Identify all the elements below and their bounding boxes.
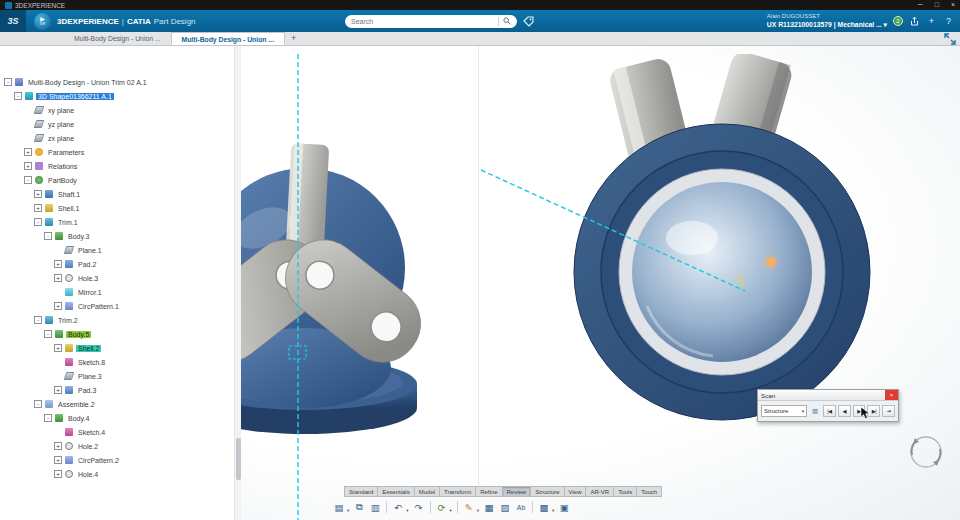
- doc-tab-1[interactable]: Multi-Body Design - Union ...: [64, 32, 171, 45]
- tab-refine[interactable]: Refine: [475, 486, 501, 497]
- tree-item-plane3[interactable]: Plane.3: [0, 369, 234, 383]
- expander-icon[interactable]: +: [54, 456, 62, 464]
- expander-icon[interactable]: +: [54, 442, 62, 450]
- display-button[interactable]: ▩: [537, 500, 551, 515]
- chevron-down-icon[interactable]: ▾: [406, 508, 408, 513]
- expander-icon[interactable]: +: [54, 470, 62, 478]
- tree-scrollbar[interactable]: [234, 46, 241, 520]
- minimize-button[interactable]: ─: [918, 0, 923, 10]
- expander-icon[interactable]: +: [54, 274, 62, 282]
- scan-next-button[interactable]: ▶: [853, 405, 866, 417]
- tree-item-body4[interactable]: -Body.4: [0, 411, 234, 425]
- chevron-down-icon[interactable]: ▾: [552, 508, 554, 513]
- 3d-part-top-view[interactable]: [555, 54, 889, 434]
- tab-essentials[interactable]: Essentials: [377, 486, 413, 497]
- expander-icon[interactable]: +: [24, 162, 32, 170]
- help-icon[interactable]: ?: [943, 16, 954, 26]
- tab-ar-vr[interactable]: AR-VR: [585, 486, 613, 497]
- expander-icon[interactable]: -: [14, 92, 22, 100]
- add-icon[interactable]: +: [926, 16, 937, 26]
- expand-viewport-icon[interactable]: [944, 33, 956, 45]
- tree-item-shell1[interactable]: +Shell.1: [0, 201, 234, 215]
- search-icon[interactable]: [503, 17, 511, 25]
- tree-item-relations[interactable]: +Relations: [0, 159, 234, 173]
- expander-icon[interactable]: -: [44, 232, 52, 240]
- expander-icon[interactable]: +: [34, 190, 42, 198]
- tree-item-trim2[interactable]: -Trim.2: [0, 313, 234, 327]
- chevron-down-icon[interactable]: ▾: [347, 508, 349, 513]
- tree-item-shell2[interactable]: +Shell.2: [0, 341, 234, 355]
- tree-item-circpattern2[interactable]: +CircPattern.2: [0, 453, 234, 467]
- clipboard-button[interactable]: ▥: [368, 500, 382, 515]
- expander-icon[interactable]: -: [34, 400, 42, 408]
- scrollbar-thumb[interactable]: [236, 438, 241, 480]
- chevron-down-icon[interactable]: ▾: [450, 508, 452, 513]
- tab-touch[interactable]: Touch: [636, 486, 662, 497]
- scan-close-button[interactable]: ×: [885, 390, 898, 400]
- share-icon[interactable]: [909, 16, 920, 26]
- tab-view[interactable]: View: [564, 486, 586, 497]
- maximize-button[interactable]: □: [935, 0, 939, 10]
- view-rotation-compass[interactable]: [902, 428, 950, 476]
- doc-tab-2-active[interactable]: Multi-Body Design - Union ...: [171, 32, 286, 45]
- tree-item-shaft1[interactable]: +Shaft.1: [0, 187, 234, 201]
- expander-icon[interactable]: -: [24, 176, 32, 184]
- section-button[interactable]: ▦: [482, 500, 496, 515]
- tree-item-pad2[interactable]: +Pad.2: [0, 257, 234, 271]
- expander-icon[interactable]: +: [34, 204, 42, 212]
- chevron-down-icon[interactable]: ▾: [477, 508, 479, 513]
- expander-icon[interactable]: -: [44, 414, 52, 422]
- tab-tools[interactable]: Tools: [613, 486, 636, 497]
- text-check-button[interactable]: Ab: [514, 500, 528, 515]
- expander-icon[interactable]: -: [4, 78, 12, 86]
- tree-item-body5[interactable]: -Body.5: [0, 327, 234, 341]
- expander-icon[interactable]: +: [54, 260, 62, 268]
- expander-icon[interactable]: -: [44, 330, 52, 338]
- expander-icon[interactable]: +: [24, 148, 32, 156]
- status-badge[interactable]: 2: [893, 16, 903, 26]
- tree-item-circpattern1[interactable]: +CircPattern.1: [0, 299, 234, 313]
- expander-icon[interactable]: -: [34, 316, 42, 324]
- tree-item-trim1[interactable]: -Trim.1: [0, 215, 234, 229]
- tree-item-sketch8[interactable]: Sketch.8: [0, 355, 234, 369]
- paste-button[interactable]: ▤: [332, 500, 346, 515]
- scan-last-button[interactable]: ▶|: [867, 405, 880, 417]
- copy-button[interactable]: ⧉: [352, 500, 366, 515]
- undo-button[interactable]: ↶: [391, 500, 405, 515]
- snapshot-button[interactable]: ▧: [498, 500, 512, 515]
- workspace-selector[interactable]: UX R1132100013579 | Mechanical ... ▾: [767, 21, 887, 29]
- scan-dialog-titlebar[interactable]: Scan ×: [758, 390, 898, 401]
- 3ds-logo[interactable]: 3S: [0, 10, 26, 32]
- tree-item-pad3[interactable]: +Pad.3: [0, 383, 234, 397]
- update-button[interactable]: ⟳: [435, 500, 449, 515]
- search-input[interactable]: [351, 18, 494, 25]
- scan-mode-dropdown[interactable]: Structure▾: [761, 405, 807, 417]
- tree-item-mirror1[interactable]: Mirror.1: [0, 285, 234, 299]
- tree-item-partbody[interactable]: -PartBody: [0, 173, 234, 187]
- tree-item-parameters[interactable]: +Parameters: [0, 145, 234, 159]
- tab-review[interactable]: Review: [502, 486, 531, 497]
- redo-button[interactable]: ↷: [412, 500, 426, 515]
- tree-item-body3[interactable]: -Body.3: [0, 229, 234, 243]
- tree-item-hole3[interactable]: +Hole.3: [0, 271, 234, 285]
- scan-first-button[interactable]: |◀: [823, 405, 836, 417]
- tree-item-plane1[interactable]: Plane.1: [0, 243, 234, 257]
- tab-standard[interactable]: Standard: [344, 486, 377, 497]
- tree-item-yz-plane[interactable]: yz plane: [0, 117, 234, 131]
- scan-dialog[interactable]: Scan × Structure▾ ▥ |◀ ◀ ▶ ▶| ⇥: [757, 389, 899, 422]
- expander-icon[interactable]: +: [54, 386, 62, 394]
- tree-item-zx-plane[interactable]: zx plane: [0, 131, 234, 145]
- tree-item-shape[interactable]: -3D Shape01366211 A.1: [0, 89, 234, 103]
- scan-previous-button[interactable]: ◀: [838, 405, 851, 417]
- scan-list-icon[interactable]: ▥: [809, 405, 821, 417]
- scan-exit-button[interactable]: ⇥: [882, 405, 895, 417]
- tree-item-assemble2[interactable]: -Assemble.2: [0, 397, 234, 411]
- options-button[interactable]: ▣: [557, 500, 571, 515]
- user-info[interactable]: Alain DUGOUSSET UX R1132100013579 | Mech…: [767, 13, 887, 29]
- annotate-button[interactable]: ✎: [462, 500, 476, 515]
- expander-icon[interactable]: -: [34, 218, 42, 226]
- new-tab-button[interactable]: +: [285, 32, 302, 45]
- tree-item-sketch4[interactable]: Sketch.4: [0, 425, 234, 439]
- expander-icon[interactable]: +: [54, 302, 62, 310]
- tree-item-hole4[interactable]: +Hole.4: [0, 467, 234, 481]
